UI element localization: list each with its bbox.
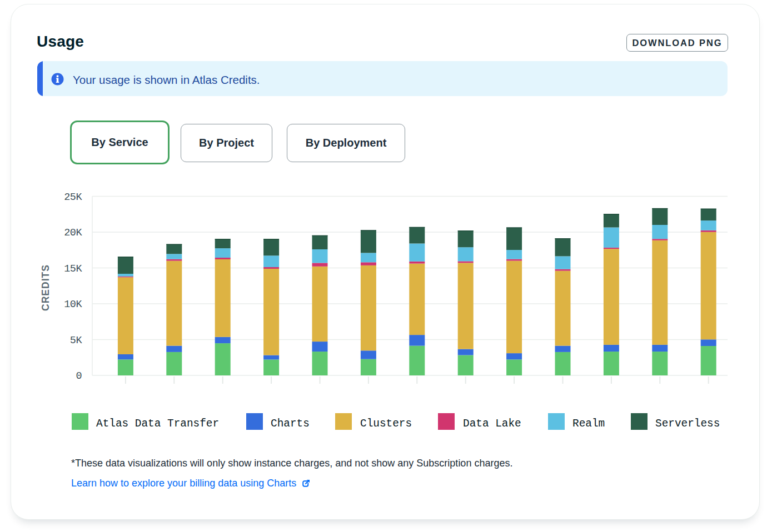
svg-text:25K: 25K [64, 192, 82, 203]
svg-text:5K: 5K [70, 335, 83, 347]
svg-text:10K: 10K [64, 299, 82, 310]
svg-text:15K: 15K [64, 263, 82, 275]
svg-text:20K: 20K [64, 227, 82, 239]
svg-text:CREDITS: CREDITS [40, 264, 51, 311]
svg-text:0: 0 [76, 370, 82, 382]
